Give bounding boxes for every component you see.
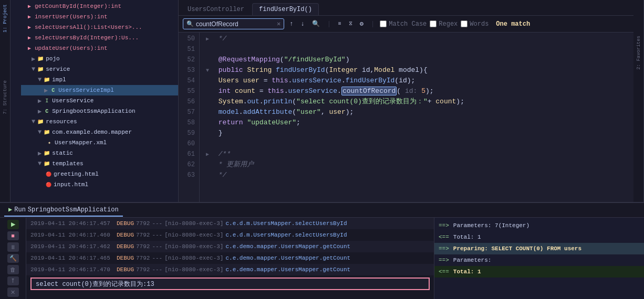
tree-item-label: UsersMapper.xml [55,140,107,146]
tree-item-demo-mapper-folder[interactable]: ▼ 📁 com.example.demo.mapper [21,127,178,137]
log-thread-id: 7792 [136,220,150,227]
expand-arrow: ▶ [38,97,41,105]
code-line-50: ▶ */ [206,34,633,44]
tree-item-selectUsersAll[interactable]: ▶ selectUsersAll():List<Users>... [21,22,178,33]
restart-button[interactable]: ▶ [7,220,19,229]
right-log-row-4: ==> Parameters: [434,254,644,266]
log-timestamp: 2019-04-11 20:46:17.457 [30,220,115,227]
search-clear-button[interactable]: ✕ [277,20,281,28]
pause-button[interactable]: ⏸ [7,242,19,252]
regex-checkbox[interactable] [430,20,437,27]
right-log-row-1: ==> Parameters: 7(Integer) [434,220,644,231]
tree-item-usersservice[interactable]: ▶ I UsersService [21,95,178,106]
tree-item-impl[interactable]: ▼ 📁 impl [21,74,178,85]
search-gear[interactable]: ⚙ [358,19,366,29]
method-icon: ▶ [25,23,34,31]
vertical-tab-structure[interactable]: 7: Structure [2,78,8,116]
search-highlight[interactable]: ≡ [336,20,344,28]
log-class: c.e.d.m.UsersMapper.selectUsersById [225,220,347,227]
log-level: DEBUG [117,243,134,250]
log-timestamp: 2019-04-11 20:46:17.462 [30,243,115,250]
tab-userscontroller[interactable]: UsersController [181,3,251,15]
right-arrow-icon: ==> [439,222,449,229]
tree-item-templates[interactable]: ▼ 📁 templates [21,158,178,169]
console-output-line: select count(0)查到的记录数目为:13 [30,277,430,290]
run-tab[interactable]: ▶ Run SpringbootSsmApplication [4,204,123,217]
clear-button[interactable]: 🗑 [7,265,19,274]
tree-item-static[interactable]: ▶ 📁 static [21,148,178,158]
log-class: c.e.demo.mapper.UsersMapper.getCount [225,243,350,250]
favorites-bar: 2: Favorites [633,0,644,202]
log-thread-id: 7792 [136,243,150,250]
log-level: DEBUG [117,266,134,273]
words-option[interactable]: Words [461,20,489,28]
log-timestamp: 2019-04-11 20:46:17.465 [30,255,115,261]
log-class: c.e.demo.mapper.UsersMapper.getCount [225,255,350,261]
expand-arrow: ▼ [38,160,41,167]
tree-item-usersserviceimpl[interactable]: ▶ C UsersServiceImpl [21,85,178,95]
code-line-53: ▼ public String findUserById(Integer id,… [206,65,633,76]
regex-option[interactable]: Regex [430,20,458,28]
log-row: 2019-04-11 20:46:17.457 DEBUG 7792 --- [… [26,218,434,229]
tree-item-getCountById[interactable]: ▶ getCountById(Integer):int [21,1,178,12]
tree-item-pojo[interactable]: ▶ 📁 pojo [21,54,178,64]
tree-item-insertUser[interactable]: ▶ insertUser(Users):int [21,12,178,22]
code-line-58: return "updateUser"; [206,118,633,128]
stop-button[interactable]: ■ [7,231,19,241]
code-line-61: ▶ /** [206,149,633,159]
match-case-option[interactable]: Match Case [380,20,427,28]
code-line-54: Users user = this.usersService.findUserB… [206,76,633,86]
right-log-row-5: <== Total: 1 [434,266,644,277]
search-settings[interactable]: 🔍 [310,19,322,29]
search-input[interactable] [196,20,275,28]
search-nav-down[interactable]: ↓ [298,19,306,29]
search-nav-up[interactable]: ↑ [287,19,295,29]
tree-item-label: SpringbootSsmApplication [52,108,135,114]
words-checkbox[interactable] [461,20,468,27]
tree-item-service[interactable]: ▼ 📁 service [21,64,178,74]
log-timestamp: 2019-04-11 20:46:17.470 [30,266,115,273]
editor-tabs: UsersController findUserById() [179,0,633,16]
match-case-checkbox[interactable] [380,20,387,27]
right-log-row-3: ==> Preparing: SELECT COUNT(0) FROM user… [434,243,644,254]
tree-item-updateUser[interactable]: ▶ updateUser(Users):int [21,43,178,54]
log-sep: --- [152,255,162,261]
run-icon: ▶ [8,206,12,213]
tree-item-greeting-html[interactable]: 🔴 greeting.html [21,169,178,179]
folder-icon: 📁 [43,149,51,157]
tree-item-selectUsersById[interactable]: ▶ selectUsersById(Integer):Us... [21,33,178,43]
tab-finduserbyid[interactable]: findUserById() [252,3,319,15]
bottom-toolbar: ▶ ■ ⏸ 🔨 🗑 ⤒ ✕ [0,218,26,299]
code-line-56: System.out.println("select count(0)查到的记录… [206,97,633,107]
log-thread-id: 7792 [136,232,150,238]
log-level: DEBUG [117,232,134,238]
right-log-value: Parameters: 7(Integer) [453,222,529,229]
tree-item-input-html[interactable]: 🔴 input.html [21,179,178,190]
log-sep: --- [152,220,162,227]
search-match-highlight: countOfRecord [342,87,396,95]
log-thread: [nio-8080-exec-3] [164,243,223,250]
log-thread: [nio-8080-exec-3] [164,232,223,238]
log-area: 2019-04-11 20:46:17.457 DEBUG 7792 --- [… [26,218,434,299]
expand-arrow: ▶ [38,108,41,115]
method-icon: ▶ [25,2,34,10]
expand-arrow: ▼ [32,66,35,73]
folder-icon: 📁 [43,128,51,136]
log-sep: --- [152,266,162,273]
code-line-51 [206,44,633,55]
tree-item-usersmapper-xml[interactable]: ✦ UsersMapper.xml [21,137,178,148]
log-timestamp: 2019-04-11 20:46:17.460 [30,232,115,238]
close-panel-button[interactable]: ✕ [7,287,19,297]
vertical-tab-project[interactable]: 1: Project [2,2,8,35]
build-button[interactable]: 🔨 [7,254,19,263]
tree-item-label: UsersServiceImpl [58,87,114,93]
tree-item-resources[interactable]: ▼ 📁 resources [21,116,178,127]
tree-item-label: pojo [46,56,59,62]
log-class: c.e.demo.mapper.UsersMapper.getCount [225,266,350,273]
tree-item-springbootssmapp[interactable]: ▶ C SpringbootSsmApplication [21,106,178,116]
search-filter[interactable]: ⧖ [347,20,355,28]
interface-icon: I [43,97,51,105]
log-row: 2019-04-11 20:46:17.462 DEBUG 7792 --- [… [26,241,434,252]
log-row: 2019-04-11 20:46:17.465 DEBUG 7792 --- [… [26,252,434,264]
scroll-top-button[interactable]: ⤒ [7,276,19,286]
